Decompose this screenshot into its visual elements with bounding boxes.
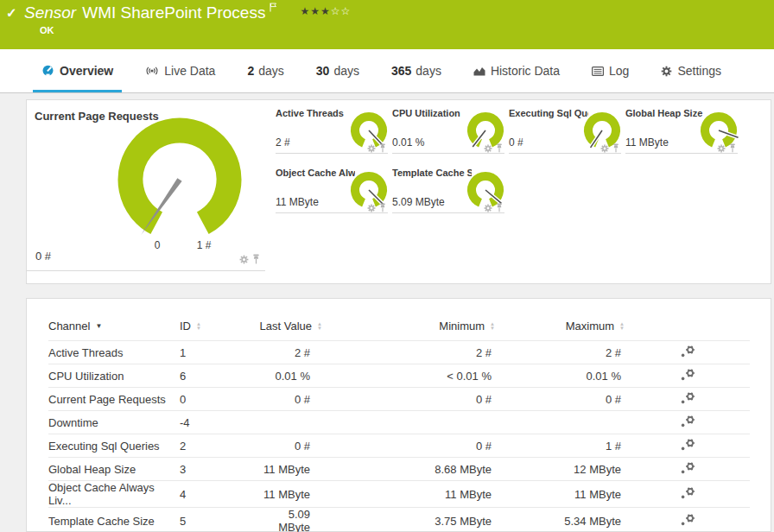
- table-row[interactable]: Downtime -4: [48, 411, 750, 434]
- channel-minimum: 0 #: [322, 434, 495, 458]
- col-header-minimum[interactable]: Minimum▲▼: [322, 320, 495, 341]
- table-row[interactable]: Executing Sql Queries 2 0 # 0 # 1 #: [48, 434, 750, 458]
- channel-maximum: 0 #: [495, 388, 625, 411]
- pin-icon[interactable]: [496, 200, 503, 216]
- pin-icon[interactable]: [379, 200, 386, 216]
- gauge-icon: [41, 65, 54, 77]
- star-filled-icon[interactable]: ★: [310, 5, 320, 17]
- edit-channel-gears-icon[interactable]: [680, 369, 695, 383]
- tab-label: days: [333, 64, 359, 78]
- channel-name[interactable]: Global Heap Size: [48, 458, 180, 481]
- channel-minimum: 2 #: [322, 341, 495, 364]
- gauge-scale-max: 1 #: [197, 239, 212, 251]
- gauge-card-cpu-utilization: CPU Utilization 0.01 %: [392, 102, 504, 154]
- gear-icon: [661, 66, 672, 77]
- col-header-id[interactable]: ID▲▼: [180, 320, 256, 341]
- tab-historic-data[interactable]: Historic Data: [473, 49, 560, 92]
- tab-settings[interactable]: Settings: [661, 49, 721, 92]
- tab-live-data[interactable]: Live Data: [145, 49, 215, 92]
- edit-channel-gears-icon[interactable]: [680, 462, 695, 477]
- table-row[interactable]: Active Threads 1 2 # 2 # 2 #: [48, 341, 750, 364]
- gauge-card-global-heap-size: Global Heap Size 11 MByte: [625, 102, 738, 154]
- channel-name[interactable]: Downtime: [48, 411, 180, 434]
- small-gauges-grid: Active Threads 2 # CPU Utilization 0.01 …: [276, 102, 738, 213]
- page-title: WMI SharePoint Process: [82, 3, 265, 22]
- star-filled-icon[interactable]: ★: [320, 5, 331, 17]
- pin-icon[interactable]: [729, 141, 736, 156]
- edit-channel-gears-icon[interactable]: [680, 345, 695, 360]
- channel-settings-gear-icon[interactable]: [717, 141, 726, 156]
- pin-icon[interactable]: [612, 141, 619, 156]
- tab-bar: Overview Live Data 2 days 30 days 365 da…: [0, 49, 774, 93]
- pin-icon[interactable]: [496, 141, 503, 156]
- tab-30-days[interactable]: 30 days: [316, 49, 359, 92]
- star-filled-icon[interactable]: ★: [300, 5, 310, 17]
- gauges-panel: Current Page Requests 0 1 # 0 # Active T…: [26, 99, 771, 284]
- channel-settings-gear-icon[interactable]: [239, 252, 249, 268]
- live-data-icon: [145, 66, 159, 76]
- channel-name[interactable]: Object Cache Always Liv...: [48, 481, 180, 508]
- table-row[interactable]: Template Cache Size 5 5.09 MByte 3.75 MB…: [48, 508, 750, 532]
- channel-settings-gear-icon[interactable]: [484, 141, 492, 156]
- col-header-actions: [625, 320, 750, 341]
- gauge-value: 0 #: [509, 136, 523, 149]
- col-header-channel[interactable]: Channel▼: [48, 320, 180, 341]
- edit-channel-gears-icon[interactable]: [680, 392, 695, 407]
- status-badge: OK: [40, 25, 54, 35]
- channel-settings-gear-icon[interactable]: [484, 200, 492, 216]
- tab-label: Overview: [60, 64, 113, 78]
- col-header-label: Channel: [48, 320, 90, 332]
- channel-maximum: 12 MByte: [495, 458, 625, 481]
- star-empty-icon[interactable]: ☆: [331, 5, 341, 17]
- pin-icon[interactable]: [252, 252, 260, 268]
- sort-icon: ▲▼: [619, 322, 625, 331]
- channel-maximum: [495, 411, 625, 434]
- channel-last-value: 11 MByte: [256, 481, 322, 508]
- tab-overview[interactable]: Overview: [41, 49, 113, 92]
- channel-name[interactable]: Executing Sql Queries: [48, 434, 180, 458]
- sort-desc-icon: ▼: [95, 322, 102, 330]
- channel-last-value: [256, 411, 322, 434]
- col-header-label: Maximum: [566, 320, 614, 332]
- channel-settings-gear-icon[interactable]: [600, 141, 609, 156]
- gauge-title: Executing Sql Queries: [509, 102, 588, 118]
- channel-settings-gear-icon[interactable]: [367, 141, 376, 156]
- col-header-last-value[interactable]: Last Value▲▼: [256, 320, 322, 341]
- tab-log[interactable]: Log: [592, 49, 629, 92]
- channel-name[interactable]: Template Cache Size: [48, 508, 180, 532]
- channel-name[interactable]: Current Page Requests: [48, 388, 180, 411]
- col-header-label: Last Value: [260, 320, 312, 332]
- channel-name[interactable]: Active Threads: [48, 341, 180, 364]
- tab-label: Live Data: [164, 64, 215, 78]
- channel-name[interactable]: CPU Utilization: [48, 364, 180, 388]
- gauge-card-template-cache-size: Template Cache Size 5.09 MByte: [392, 162, 504, 213]
- gauge-title: CPU Utilization: [392, 102, 472, 118]
- priority-stars[interactable]: ★★★☆☆: [300, 5, 351, 17]
- channel-id: -4: [180, 411, 256, 434]
- star-empty-icon[interactable]: ☆: [341, 5, 352, 17]
- table-row[interactable]: CPU Utilization 6 0.01 % < 0.01 % 0.01 %: [48, 364, 750, 388]
- gauge-title: Global Heap Size: [625, 102, 705, 118]
- col-header-maximum[interactable]: Maximum▲▼: [495, 320, 625, 341]
- edit-channel-gears-icon[interactable]: [680, 439, 695, 453]
- pin-icon[interactable]: [379, 141, 386, 156]
- table-row[interactable]: Current Page Requests 0 0 # 0 # 0 #: [48, 388, 750, 411]
- tab-2-days[interactable]: 2 days: [247, 49, 283, 92]
- gauge-title: Active Threads: [276, 102, 355, 118]
- table-row[interactable]: Object Cache Always Liv... 4 11 MByte 11…: [48, 481, 750, 508]
- channel-last-value: 0 #: [256, 434, 322, 458]
- col-header-label: Minimum: [439, 320, 485, 332]
- edit-channel-gears-icon[interactable]: [680, 514, 695, 529]
- edit-channel-gears-icon[interactable]: [680, 487, 695, 502]
- edit-channel-gears-icon[interactable]: [680, 415, 695, 430]
- table-row[interactable]: Global Heap Size 3 11 MByte 8.68 MByte 1…: [48, 458, 750, 481]
- tab-number: 365: [391, 64, 411, 78]
- channel-settings-gear-icon[interactable]: [367, 200, 376, 216]
- gauge-value: 11 MByte: [276, 196, 319, 208]
- tab-label: days: [416, 64, 441, 78]
- sort-icon: ▲▼: [196, 322, 201, 331]
- tab-365-days[interactable]: 365 days: [391, 49, 441, 92]
- channel-last-value: 0 #: [256, 388, 322, 411]
- gauge-scale-min: 0: [155, 239, 161, 251]
- ok-check-icon: ✓: [6, 5, 17, 21]
